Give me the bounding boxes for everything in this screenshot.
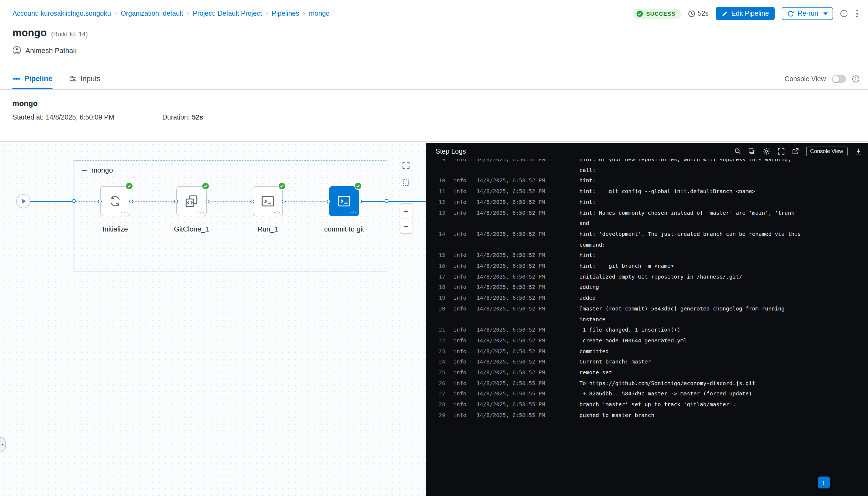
clock-icon xyxy=(688,10,695,17)
log-ln: 23 xyxy=(426,346,445,356)
log-row: instance xyxy=(426,314,868,325)
run-step-icon[interactable]: </> xyxy=(253,186,283,216)
external-link-icon[interactable] xyxy=(792,148,799,155)
step-port-left xyxy=(326,199,330,203)
tab-pipeline[interactable]: Pipeline xyxy=(13,69,52,89)
breadcrumb-item[interactable]: mongo xyxy=(309,10,329,17)
zoom-in-button[interactable]: + xyxy=(400,204,412,218)
log-row: 23info14/8/2025, 6:50:52 PMcommitted xyxy=(426,346,868,356)
log-ts xyxy=(477,314,579,325)
log-lvl: info xyxy=(453,293,477,303)
log-msg: hint: 'development'. The just-created br… xyxy=(579,229,801,239)
fullscreen-icon[interactable] xyxy=(777,148,785,155)
initialize-step-icon[interactable]: </> xyxy=(100,186,130,216)
log-row: 19info14/8/2025, 6:50:52 PMadded xyxy=(426,293,868,303)
log-msg: call: xyxy=(579,165,595,175)
commit-step-icon[interactable]: </> xyxy=(329,186,359,216)
pipeline-canvas[interactable]: mongo </> Initialize xyxy=(0,142,868,496)
kebab-menu-icon[interactable] xyxy=(854,8,859,19)
step-port-right xyxy=(205,199,209,203)
log-ts: 14/8/2025, 6:50:55 PM xyxy=(477,389,579,399)
copy-icon[interactable] xyxy=(748,148,755,155)
log-ln: 19 xyxy=(426,293,445,303)
step-initialize: </> Initialize xyxy=(100,186,130,216)
download-icon[interactable] xyxy=(854,148,862,155)
log-lines: 9info14/8/2025, 6:50:52 PMhint: of your … xyxy=(426,159,868,421)
log-msg: branch 'master' set up to track 'gitlab/… xyxy=(579,399,736,410)
scroll-to-top-button[interactable]: ↑ xyxy=(818,477,830,489)
log-row: 22info14/8/2025, 6:50:52 PM create mode … xyxy=(426,335,868,346)
started-at: Started at: 14/8/2025, 6:50:09 PM xyxy=(13,113,162,121)
info-icon[interactable] xyxy=(840,10,848,17)
gitclone-step-icon[interactable]: </> xyxy=(176,186,207,216)
log-row: 16info14/8/2025, 6:50:52 PMhint: git bra… xyxy=(426,261,868,271)
step-label: GitClone_1 xyxy=(159,225,224,233)
log-ts: 14/8/2025, 6:50:55 PM xyxy=(477,378,579,389)
tab-inputs[interactable]: Inputs xyxy=(69,69,100,89)
log-ln: 11 xyxy=(426,186,445,197)
step-port-right xyxy=(129,199,133,203)
log-msg: [master (root-commit) 5843d9c] generated… xyxy=(579,304,785,314)
collapse-minus-icon[interactable] xyxy=(82,170,87,171)
log-msg: + 82a6dbb...5843d9c master -> master (fo… xyxy=(579,389,752,399)
breadcrumb-item[interactable]: Pipelines xyxy=(272,10,299,17)
log-msg: and xyxy=(579,218,589,229)
pencil-icon xyxy=(722,10,728,17)
log-lvl: info xyxy=(453,229,477,239)
log-lvl: info xyxy=(453,378,477,389)
info-icon[interactable] xyxy=(852,75,859,83)
log-lvl: info xyxy=(453,335,477,346)
log-msg: Initialized empty Git repository in /har… xyxy=(579,271,742,282)
status-text: SUCCESS xyxy=(646,10,676,17)
log-ln: 28 xyxy=(426,399,445,410)
expand-panel-flap[interactable]: ▸ xyxy=(0,437,6,452)
stage-in-port xyxy=(72,199,76,203)
log-msg: 1 file changed, 1 insertion(+) xyxy=(579,325,680,335)
log-msg: adding xyxy=(579,282,599,293)
author-row: Animesh Pathak xyxy=(13,46,859,55)
top-bar: Account: kurosakiichigo.songoku›Organiza… xyxy=(13,7,859,20)
log-row: 11info14/8/2025, 6:50:52 PMhint: git con… xyxy=(426,186,868,197)
marquee-select-icon[interactable] xyxy=(400,176,412,188)
log-header: Step Logs xyxy=(426,143,868,159)
breadcrumb: Account: kurosakiichigo.songoku›Organiza… xyxy=(13,10,329,17)
fit-to-screen-icon[interactable] xyxy=(400,159,412,171)
log-row: 15info14/8/2025, 6:50:52 PMhint: xyxy=(426,250,868,261)
log-ln: 29 xyxy=(426,410,445,421)
log-body[interactable]: 9info14/8/2025, 6:50:52 PMhint: of your … xyxy=(426,159,868,496)
step-port-left xyxy=(250,199,254,203)
log-msg: pushed to master branch xyxy=(579,410,654,421)
log-ts: 14/8/2025, 6:50:52 PM xyxy=(477,293,579,303)
edit-pipeline-button[interactable]: Edit Pipeline xyxy=(716,7,775,20)
log-title: Step Logs xyxy=(435,148,466,155)
step-port-left xyxy=(174,199,178,203)
step-port-right xyxy=(282,199,285,203)
step-run: </> Run_1 xyxy=(253,186,283,216)
log-link[interactable]: https://github.com/Sonichigo/economy-dis… xyxy=(589,380,755,386)
rerun-button[interactable]: Re-run xyxy=(782,7,833,20)
log-lvl: info xyxy=(453,261,477,271)
success-check-icon xyxy=(125,182,133,190)
zoom-out-button[interactable]: − xyxy=(400,218,412,233)
log-lvl xyxy=(453,314,477,325)
pipeline-start-node[interactable] xyxy=(16,194,30,208)
log-row: command: xyxy=(426,239,868,250)
stage-label: mongo xyxy=(91,166,113,174)
log-lvl: info xyxy=(453,207,477,218)
success-check-icon xyxy=(202,182,210,190)
success-check-icon xyxy=(354,182,362,190)
log-row: 18info14/8/2025, 6:50:52 PMadding xyxy=(426,282,868,293)
header-actions: SUCCESS 52s Edit Pipeline xyxy=(633,7,859,20)
log-ts xyxy=(477,239,579,250)
log-ts: 14/8/2025, 6:50:52 PM xyxy=(477,159,579,165)
log-row: 25info14/8/2025, 6:50:52 PMremote set xyxy=(426,367,868,378)
breadcrumb-item[interactable]: Organization: default xyxy=(121,10,183,17)
console-view-toggle[interactable] xyxy=(832,75,846,83)
console-view-button[interactable]: Console View xyxy=(806,146,848,156)
log-lvl: info xyxy=(453,282,477,293)
log-row: 27info14/8/2025, 6:50:55 PM + 82a6dbb...… xyxy=(426,389,868,399)
search-icon[interactable] xyxy=(734,148,741,155)
breadcrumb-item[interactable]: Project: Default Project xyxy=(193,10,262,17)
settings-gear-icon[interactable] xyxy=(762,147,770,155)
breadcrumb-item[interactable]: Account: kurosakiichigo.songoku xyxy=(13,10,111,17)
